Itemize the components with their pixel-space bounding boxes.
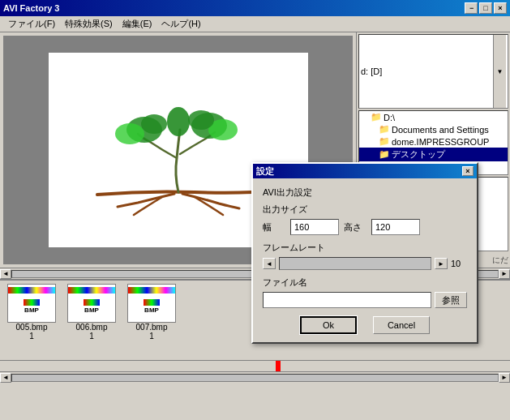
impress-folder-icon: 📁: [379, 136, 390, 147]
dir-item-desktop[interactable]: 📁 デスクトップ: [359, 148, 508, 161]
svg-point-5: [188, 110, 214, 130]
width-input[interactable]: [290, 219, 339, 235]
dir-docs-label: Documents and Settings: [392, 125, 489, 135]
dialog-buttons: Ok Cancel: [263, 316, 467, 334]
dialog-section-title: AVI出力設定: [263, 186, 467, 199]
title-bar: AVI Factory 3 － □ ×: [0, 0, 510, 16]
bmp-label-2: BMP: [84, 306, 99, 314]
film-name-2: 006.bmp: [76, 323, 108, 332]
title-bar-buttons: － □ ×: [465, 2, 507, 14]
bmp-thumb-3: BMP: [127, 284, 176, 323]
height-input[interactable]: [371, 219, 420, 235]
drive-folder-icon: 📁: [371, 112, 382, 122]
slider-row: ◄ ► 10: [263, 257, 467, 270]
dir-item-drive[interactable]: 📁 D:\: [359, 111, 508, 123]
drive-label: d: [D]: [361, 66, 382, 76]
slider-right-btn[interactable]: ►: [435, 258, 448, 269]
dir-item-impress[interactable]: 📁 dome.IMPRESSGROUP: [359, 135, 508, 148]
minimize-button[interactable]: －: [465, 2, 478, 14]
bottom-hscroll-left[interactable]: ◄: [0, 373, 11, 383]
bmp-label-1: BMP: [24, 306, 39, 314]
film-name-1: 005.bmp: [16, 323, 48, 332]
width-label: 幅: [263, 221, 285, 234]
close-button[interactable]: ×: [494, 2, 507, 14]
menu-edit[interactable]: 編集(E): [118, 16, 157, 32]
film-item-1[interactable]: BMP 005.bmp 1: [3, 284, 60, 357]
color-strip-2: [68, 287, 115, 294]
cancel-button[interactable]: Cancel: [373, 316, 430, 334]
svg-point-2: [141, 114, 167, 134]
color-strip: [8, 287, 55, 294]
timeline: [0, 360, 510, 371]
filename-row: 参照: [263, 292, 467, 308]
height-label: 高さ: [344, 221, 366, 234]
film-num-3: 1: [149, 332, 154, 341]
slider-track[interactable]: [279, 257, 431, 270]
app-title: AVI Factory 3: [3, 3, 60, 13]
film-item-2[interactable]: BMP 006.bmp 1: [63, 284, 120, 357]
bottom-hscroll-track[interactable]: [11, 374, 499, 382]
film-num-2: 1: [89, 332, 94, 341]
maximize-button[interactable]: □: [479, 2, 492, 14]
film-item-3[interactable]: BMP 007.bmp 1: [123, 284, 180, 357]
dialog-title-bar: 設定 ×: [253, 164, 477, 178]
bottom-hscroll-right[interactable]: ►: [499, 373, 510, 383]
menu-bar: ファイル(F) 特殊効果(S) 編集(E) ヘルプ(H): [0, 16, 510, 32]
menu-help[interactable]: ヘルプ(H): [156, 16, 205, 32]
desktop-folder-icon: 📁: [379, 149, 390, 160]
filename-input[interactable]: [263, 292, 431, 308]
hscroll-left-btn[interactable]: ◄: [0, 269, 11, 279]
dir-item-documents[interactable]: 📁 Documents and Settings: [359, 123, 508, 135]
dialog-close-button[interactable]: ×: [462, 166, 474, 176]
framerate-label: フレームレート: [263, 242, 467, 254]
framerate-value: 10: [451, 259, 467, 268]
bmp-thumb-2: BMP: [67, 284, 116, 323]
slider-left-btn[interactable]: ◄: [263, 258, 276, 269]
color-strip-3: [128, 287, 175, 294]
filename-label: ファイル名: [263, 276, 467, 289]
svg-point-1: [115, 123, 144, 144]
menu-file[interactable]: ファイル(F): [3, 16, 60, 32]
svg-point-6: [167, 107, 190, 136]
dialog-body: AVI出力設定 出力サイズ 幅 高さ フレームレート ◄ ► 10 ファイル名: [253, 178, 477, 342]
bmp-thumb-1: BMP: [7, 284, 56, 323]
menu-effects[interactable]: 特殊効果(S): [60, 16, 118, 32]
bottom-hscroll: ◄ ►: [0, 371, 510, 383]
film-name-3: 007.bmp: [136, 323, 168, 332]
film-num-1: 1: [29, 332, 34, 341]
dir-item-label: D:\: [384, 113, 395, 122]
output-size-section: 出力サイズ 幅 高さ: [263, 204, 467, 235]
combo-arrow[interactable]: ▼: [493, 35, 506, 108]
dir-desktop-label: デスクトップ: [392, 148, 445, 161]
ok-button[interactable]: Ok: [300, 316, 357, 334]
output-size-label: 出力サイズ: [263, 204, 467, 216]
filename-section: ファイル名 参照: [263, 276, 467, 308]
dir-impress-label: dome.IMPRESSGROUP: [392, 137, 489, 147]
timeline-marker: [276, 361, 281, 371]
browse-button[interactable]: 参照: [435, 292, 467, 308]
settings-dialog: 設定 × AVI出力設定 出力サイズ 幅 高さ フレームレート ◄ ► 10: [251, 162, 478, 344]
drive-combo[interactable]: d: [D] ▼: [358, 34, 508, 109]
size-row: 幅 高さ: [263, 219, 467, 235]
dialog-title-label: 設定: [256, 165, 274, 178]
framerate-section: フレームレート ◄ ► 10: [263, 242, 467, 270]
docs-folder-icon: 📁: [379, 124, 390, 135]
hscroll-right-btn[interactable]: ►: [499, 269, 510, 279]
bmp-label-3: BMP: [144, 306, 159, 314]
